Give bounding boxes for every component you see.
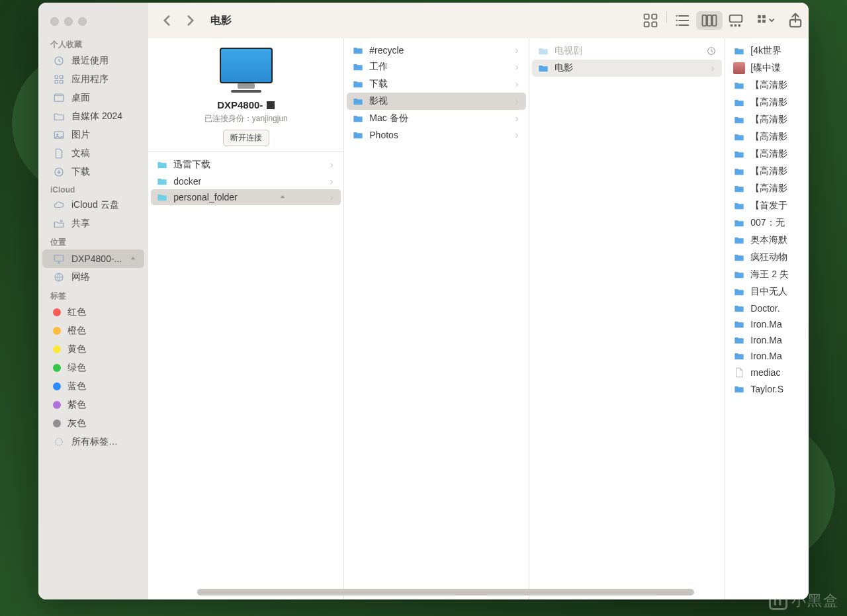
sidebar-item-label: 橙色 bbox=[67, 325, 86, 337]
list-item[interactable]: 【高清影 bbox=[728, 146, 809, 163]
folder-icon bbox=[156, 159, 168, 170]
sidebar-item-label: 应用程序 bbox=[71, 73, 109, 85]
sidebar-item[interactable]: 网络 bbox=[42, 268, 144, 286]
list-item[interactable]: Doctor. bbox=[728, 300, 809, 316]
sidebar-item[interactable]: 蓝色 bbox=[42, 377, 144, 396]
list-item[interactable]: 奥本海默 bbox=[728, 232, 809, 249]
folder-icon bbox=[733, 46, 745, 56]
list-item[interactable]: Mac 备份 bbox=[347, 110, 526, 127]
column-view-button[interactable] bbox=[696, 11, 723, 30]
folder-icon bbox=[733, 97, 745, 108]
list-item[interactable]: Iron.Ma bbox=[728, 348, 809, 364]
column-0: DXP4800- 已连接身份：yanjingjun 断开连接 迅雷下载docke… bbox=[148, 38, 344, 599]
gallery-view-button[interactable] bbox=[723, 11, 749, 30]
chevron-right-icon bbox=[709, 64, 717, 72]
list-item[interactable]: Iron.Ma bbox=[728, 316, 809, 332]
list-item[interactable]: [碟中谍 bbox=[728, 60, 809, 77]
list-item[interactable]: 【高清影 bbox=[728, 94, 809, 111]
zoom-button[interactable] bbox=[78, 17, 87, 26]
chevron-right-icon bbox=[328, 193, 335, 201]
list-item[interactable]: docker bbox=[151, 173, 341, 189]
list-item[interactable]: 海王 2 失 bbox=[728, 266, 809, 283]
list-item[interactable]: personal_folder bbox=[151, 189, 341, 205]
item-label: 工作 bbox=[369, 61, 388, 73]
list-item[interactable]: 下载 bbox=[347, 75, 526, 93]
list-item[interactable]: 电影 bbox=[532, 60, 722, 77]
svg-rect-26 bbox=[738, 24, 741, 27]
sidebar: 个人收藏最近使用应用程序桌面自媒体 2024图片文稿下载iCloudiCloud… bbox=[38, 3, 148, 599]
svg-rect-29 bbox=[762, 15, 766, 19]
list-item[interactable]: 【首发于 bbox=[728, 197, 809, 214]
sidebar-item[interactable]: 图片 bbox=[42, 126, 144, 144]
clock-icon bbox=[53, 55, 65, 67]
folder-icon bbox=[352, 79, 364, 89]
tag-dot-icon bbox=[53, 382, 61, 390]
item-label: 海王 2 失 bbox=[750, 269, 789, 281]
group-button[interactable] bbox=[754, 11, 778, 30]
horizontal-scrollbar[interactable] bbox=[197, 589, 803, 595]
list-item[interactable]: 迅雷下载 bbox=[151, 156, 341, 173]
minimize-button[interactable] bbox=[64, 17, 73, 26]
forward-button[interactable] bbox=[181, 12, 200, 29]
sidebar-item-label: 红色 bbox=[67, 306, 86, 318]
sidebar-item-label: 黄色 bbox=[67, 343, 86, 355]
item-label: 【高清影 bbox=[750, 114, 787, 126]
list-item[interactable]: 目中无人 bbox=[728, 283, 809, 300]
list-item[interactable]: mediac bbox=[728, 364, 809, 381]
main-pane: 电影 bbox=[148, 3, 809, 599]
list-item[interactable]: [4k世界 bbox=[728, 42, 809, 60]
sidebar-item[interactable]: 红色 bbox=[42, 303, 144, 322]
sidebar-item[interactable]: 绿色 bbox=[42, 359, 144, 377]
list-item[interactable]: 【高清影 bbox=[728, 163, 809, 180]
sidebar-item-label: 灰色 bbox=[67, 418, 86, 429]
column-1: #recycle工作下载影视Mac 备份Photos bbox=[344, 38, 529, 599]
list-item[interactable]: 电视剧 bbox=[532, 42, 722, 60]
eject-icon[interactable] bbox=[128, 254, 138, 263]
folder-icon bbox=[156, 192, 168, 202]
list-item[interactable]: Taylor.S bbox=[728, 381, 809, 397]
sidebar-item[interactable]: 所有标签… bbox=[42, 433, 144, 451]
sidebar-item[interactable]: 最近使用 bbox=[42, 52, 144, 70]
sidebar-item[interactable]: 桌面 bbox=[42, 89, 144, 107]
sidebar-item[interactable]: 橙色 bbox=[42, 322, 144, 340]
list-item[interactable]: 【高清影 bbox=[728, 111, 809, 128]
sidebar-item[interactable]: 下载 bbox=[42, 163, 144, 181]
item-label: Taylor.S bbox=[750, 384, 783, 394]
list-item[interactable]: 【高清影 bbox=[728, 180, 809, 197]
column-2: 电视剧电影 bbox=[529, 38, 725, 599]
sidebar-item-label: 文稿 bbox=[71, 148, 90, 159]
sidebar-item-label: 紫色 bbox=[67, 399, 86, 411]
eject-icon[interactable] bbox=[278, 193, 287, 202]
back-button[interactable] bbox=[157, 12, 176, 29]
sidebar-item[interactable]: 共享 bbox=[42, 214, 144, 233]
sidebar-item[interactable]: 紫色 bbox=[42, 396, 144, 414]
share-button[interactable] bbox=[783, 11, 807, 30]
sidebar-item[interactable]: DXP4800-... bbox=[42, 249, 144, 268]
disconnect-button[interactable]: 断开连接 bbox=[223, 130, 269, 146]
sidebar-item[interactable]: 黄色 bbox=[42, 340, 144, 359]
list-item[interactable]: Iron.Ma bbox=[728, 332, 809, 348]
list-view-button[interactable] bbox=[670, 11, 696, 30]
list-item[interactable]: 【高清影 bbox=[728, 77, 809, 94]
close-button[interactable] bbox=[50, 17, 59, 26]
sidebar-item[interactable]: iCloud 云盘 bbox=[42, 196, 144, 214]
list-item[interactable]: 疯狂动物 bbox=[728, 249, 809, 266]
sidebar-item[interactable]: 应用程序 bbox=[42, 70, 144, 89]
list-item[interactable]: #recycle bbox=[347, 42, 526, 58]
list-item[interactable]: Photos bbox=[347, 127, 526, 143]
folder-icon bbox=[733, 80, 745, 91]
sidebar-item[interactable]: 自媒体 2024 bbox=[42, 107, 144, 126]
sidebar-item[interactable]: 文稿 bbox=[42, 144, 144, 163]
svg-rect-20 bbox=[703, 15, 707, 26]
icon-view-button[interactable] bbox=[637, 11, 664, 30]
list-item[interactable]: 影视 bbox=[347, 93, 526, 110]
list-item[interactable]: 【高清影 bbox=[728, 128, 809, 146]
list-item[interactable]: 007：无 bbox=[728, 214, 809, 232]
svg-rect-4 bbox=[60, 81, 64, 84]
alltags-icon bbox=[53, 436, 65, 448]
sidebar-item[interactable]: 灰色 bbox=[42, 414, 144, 433]
item-label: Mac 备份 bbox=[369, 112, 408, 124]
view-mode-group bbox=[637, 11, 749, 30]
item-label: 下载 bbox=[369, 78, 388, 90]
list-item[interactable]: 工作 bbox=[347, 58, 526, 75]
